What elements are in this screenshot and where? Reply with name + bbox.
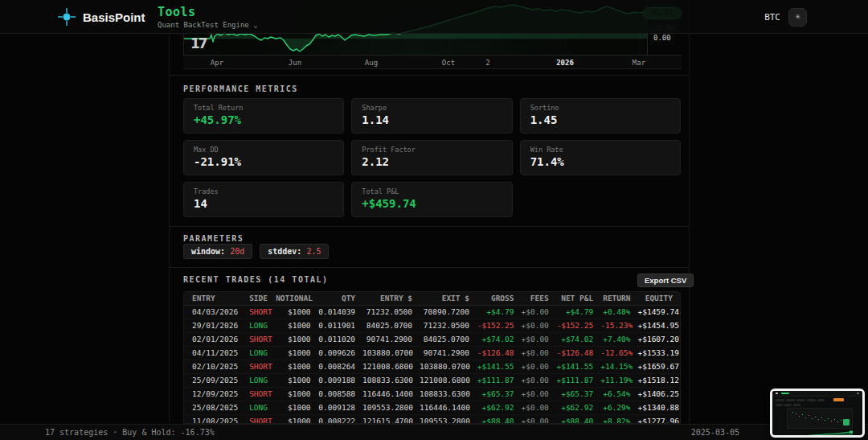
trade-cell: $1000	[276, 332, 317, 346]
page-title: Tools	[158, 5, 258, 19]
metric-label: Win Rate	[530, 146, 670, 154]
asset-label: BTC	[764, 12, 780, 23]
trade-cell: +6.54%	[600, 387, 637, 401]
divider	[170, 267, 689, 268]
trade-cell: +$1454.95	[637, 319, 680, 332]
trade-cell: +$4.79	[556, 305, 601, 319]
basispoint-logo-icon	[58, 8, 76, 26]
trade-cell: +$0.00	[522, 332, 556, 346]
trade-cell: SHORT	[246, 360, 276, 373]
trade-cell: 04/03/2026	[184, 305, 246, 319]
trades-table-header-row: ENTRYSIDENOTIONALQTYENTRY $EXIT $GROSSFE…	[184, 292, 680, 305]
trade-cell: $1000	[276, 305, 317, 319]
metrics-section-title: PERFORMANCE METRICS	[183, 84, 298, 93]
metric-card: Sharpe1.14	[351, 98, 512, 134]
trade-cell: +$111.87	[556, 373, 601, 387]
parameter-chips: window: 20dstddev: 2.5	[183, 244, 329, 259]
status-bar: 17 strategies · Buy & Hold: -16.73% 2025…	[0, 424, 868, 440]
trade-cell: +$65.37	[477, 387, 522, 401]
trade-cell: +$0.00	[522, 373, 556, 387]
preview-thumbnail[interactable]	[770, 389, 865, 438]
trade-cell: 84025.0700	[420, 332, 477, 346]
trade-cell: +$1406.25	[637, 387, 680, 401]
thumb-chip	[793, 404, 800, 406]
trade-cell: 109553.2800	[362, 401, 420, 414]
trade-cell: $1000	[276, 319, 317, 332]
time-axis-label: Aug	[365, 59, 378, 67]
trade-cell: 84025.0700	[362, 319, 420, 332]
trade-cell: 121615.4700	[362, 414, 420, 424]
trade-cell: 0.009128	[318, 401, 363, 414]
thumb-scatter	[792, 412, 793, 413]
time-axis-label: 2026	[556, 59, 574, 67]
trade-cell: LONG	[246, 373, 276, 387]
metric-value: 2.12	[362, 155, 502, 168]
sun-icon: ☀	[795, 11, 800, 23]
trade-cell: -12.65%	[600, 346, 637, 360]
trades-section-title: RECENT TRADES (14 TOTAL)	[183, 275, 329, 284]
theme-toggle-button[interactable]: ☀	[788, 8, 807, 27]
trade-cell: LONG	[246, 346, 276, 360]
trades-column-header: FEES	[522, 292, 556, 305]
trades-table-scroll[interactable]: ENTRYSIDENOTIONALQTYENTRY $EXIT $GROSSFE…	[183, 291, 681, 424]
time-axis-label: Jun	[289, 59, 301, 67]
app-window: 17 0.00 AprJunAugOct22026Mar 45.97 -16.7…	[0, 0, 868, 440]
trades-column-header: ENTRY	[184, 292, 246, 305]
trade-cell: 109553.2800	[420, 414, 477, 424]
trade-cell: SHORT	[246, 387, 276, 401]
thumb-chip	[784, 404, 792, 406]
trades-column-header: SIDE	[246, 292, 276, 305]
trade-cell: LONG	[246, 319, 276, 332]
trade-cell: +$88.40	[556, 414, 601, 424]
thumb-chip	[807, 399, 816, 401]
engine-selector[interactable]: Quant BackTest Engine ⌄	[158, 21, 258, 29]
trade-cell: 25/09/2025	[184, 373, 246, 387]
price-axis-tick: 0.00	[653, 34, 671, 42]
trade-cell: +$0.00	[522, 401, 556, 414]
trades-column-header: EQUITY	[637, 292, 680, 305]
time-axis-label: Mar	[633, 59, 645, 67]
trade-cell: $1000	[276, 401, 317, 414]
trade-cell: -$126.48	[556, 346, 601, 360]
trade-cell: +$74.02	[556, 332, 601, 346]
trade-row: 25/09/2025LONG$10000.009188108833.630012…	[184, 373, 680, 387]
trade-cell: $1000	[276, 360, 317, 373]
time-axis-label: Apr	[211, 59, 223, 67]
parameters-section-title: PARAMETERS	[183, 234, 244, 243]
trade-cell: +$141.55	[477, 360, 522, 373]
trades-column-header: NOTIONAL	[276, 292, 317, 305]
thumb-chip	[776, 399, 784, 401]
trade-cell: 0.008264	[318, 360, 363, 373]
trades-column-header: QTY	[318, 292, 363, 305]
thumb-center-panel	[787, 408, 853, 429]
trade-row: 11/08/2025SHORT$10000.008222121615.47001…	[184, 414, 680, 424]
metric-card: Total P&L+$459.74	[351, 182, 512, 217]
divider	[170, 75, 689, 76]
trade-cell: +$0.00	[522, 346, 556, 360]
time-axis-label: 2	[485, 59, 489, 67]
trade-cell: 71232.0500	[362, 305, 420, 319]
export-csv-button[interactable]: Export CSV	[637, 273, 694, 287]
thumb-chip	[817, 399, 825, 401]
trade-cell: +$0.00	[522, 414, 556, 424]
trade-cell: +7.40%	[600, 332, 637, 346]
trade-cell: 116446.1400	[420, 401, 477, 414]
trade-cell: 04/11/2025	[184, 346, 246, 360]
thumb-title	[781, 393, 789, 394]
trade-cell: +$4.79	[477, 305, 522, 319]
divider	[170, 226, 689, 227]
trade-cell: +$1659.67	[637, 360, 680, 373]
parameter-chip: window: 20d	[183, 244, 252, 259]
trade-cell: 0.009626	[318, 346, 363, 360]
trade-cell: +6.29%	[600, 401, 637, 414]
metrics-grid: Total Return+45.97%Sharpe1.14Sortino1.45…	[183, 98, 681, 217]
trade-row: 02/01/2026SHORT$10000.01102090741.290084…	[184, 332, 680, 346]
metric-card: Profit Factor2.12	[351, 140, 512, 175]
metric-value: -21.91%	[194, 155, 334, 168]
trade-cell: +8.82%	[600, 414, 637, 424]
metric-value: 14	[194, 197, 334, 210]
time-axis[interactable]: AprJunAugOct22026Mar	[183, 55, 682, 69]
trade-cell: 11/08/2025	[184, 414, 246, 424]
trade-cell: +$0.00	[522, 360, 556, 373]
trade-cell: -$152.25	[477, 319, 522, 332]
